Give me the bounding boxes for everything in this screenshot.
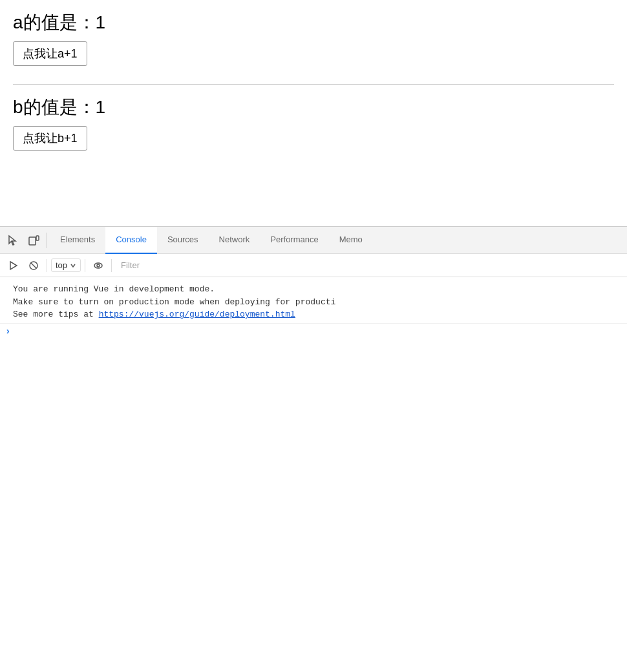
topbar-separator (47, 233, 47, 248)
chevron-down-icon (70, 262, 76, 269)
context-selector-label: top (56, 260, 67, 270)
a-increment-button[interactable]: 点我让a+1 (13, 41, 87, 66)
tab-performance[interactable]: Performance (260, 227, 328, 254)
svg-rect-1 (36, 236, 39, 240)
deployment-link[interactable]: https://vuejs.org/guide/deployment.html (99, 310, 295, 319)
b-label: b的值是： (13, 97, 96, 117)
tab-network[interactable]: Network (209, 227, 260, 254)
tab-elements[interactable]: Elements (50, 227, 105, 254)
prompt-chevron-icon: › (5, 326, 10, 337)
run-script-button[interactable] (4, 257, 22, 275)
filter-input[interactable] (116, 259, 623, 271)
b-value-text: b的值是：1 (13, 95, 614, 120)
console-output: You are running Vue in development mode.… (0, 277, 627, 672)
svg-line-4 (31, 263, 36, 268)
tab-console[interactable]: Console (105, 227, 157, 254)
svg-point-5 (94, 263, 102, 268)
console-message-text: You are running Vue in development mode.… (13, 283, 335, 321)
a-value-text: a的值是：1 (13, 10, 614, 35)
hide-network-button[interactable] (89, 257, 107, 275)
toolbar-separator-1 (47, 259, 47, 272)
a-value: 1 (96, 12, 106, 32)
section-divider-1 (13, 84, 614, 85)
svg-marker-2 (10, 262, 17, 269)
a-label: a的值是： (13, 12, 96, 32)
devtools-tabs: Elements Console Sources Network Perform… (50, 227, 624, 254)
console-toolbar: top (0, 254, 627, 277)
svg-rect-0 (29, 237, 36, 245)
toolbar-separator-3 (111, 259, 112, 272)
console-prompt[interactable]: › (0, 324, 627, 339)
context-selector[interactable]: top (51, 258, 81, 272)
devtools-panel: Elements Console Sources Network Perform… (0, 226, 627, 672)
clear-console-button[interactable] (25, 257, 43, 275)
b-increment-button[interactable]: 点我让b+1 (13, 126, 87, 151)
console-message-1: You are running Vue in development mode.… (0, 281, 627, 324)
svg-point-6 (97, 264, 100, 267)
page-content: a的值是：1 点我让a+1 b的值是：1 点我让b+1 (0, 0, 627, 174)
inspect-element-button[interactable] (3, 230, 23, 251)
tab-sources[interactable]: Sources (157, 227, 209, 254)
device-toolbar-button[interactable] (23, 230, 44, 251)
tab-memory[interactable]: Memo (329, 227, 373, 254)
b-value: 1 (96, 97, 106, 117)
toolbar-separator-2 (85, 259, 85, 272)
devtools-topbar: Elements Console Sources Network Perform… (0, 227, 627, 254)
